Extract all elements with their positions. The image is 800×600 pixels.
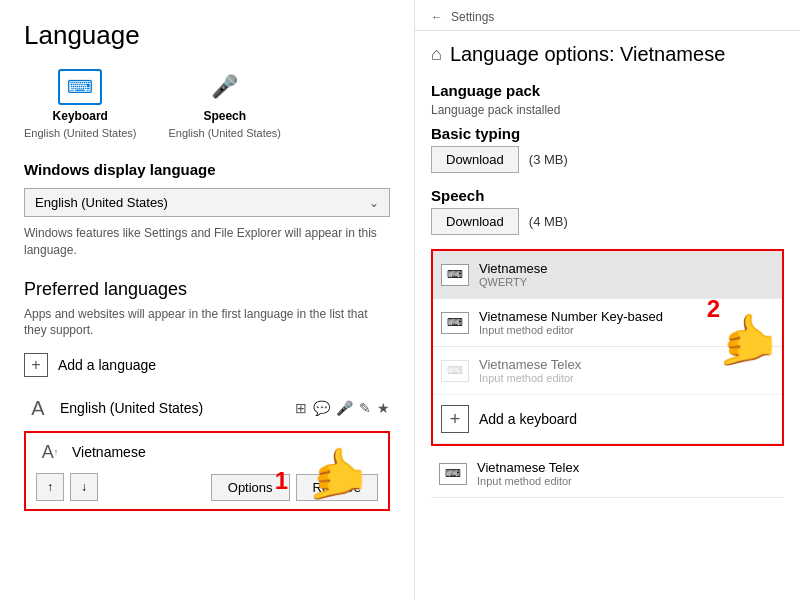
dropdown-value: English (United States) [35,195,168,210]
add-keyboard-plus-icon: + [441,405,469,433]
basic-typing-size: (3 MB) [529,152,568,167]
right-panel: ← Settings ⌂ Language options: Vietnames… [415,0,800,600]
speech-label: Speech [203,109,246,123]
add-keyboard-label: Add a keyboard [479,411,577,427]
add-language-label: Add a language [58,357,156,373]
keyboard-name-2: Vietnamese Telex [479,357,581,372]
keyboard-list-item-0[interactable]: ⌨ Vietnamese QWERTY [433,251,782,299]
english-us-row: A English (United States) ⊞ 💬 🎤 ✎ ★ [24,391,390,425]
keyboard-label: Keyboard [53,109,108,123]
move-down-button[interactable]: ↓ [70,473,98,501]
settings-breadcrumb: Settings [451,10,494,24]
english-action-icons: ⊞ 💬 🎤 ✎ ★ [295,400,390,416]
basic-typing-download-row: Download (3 MB) [431,146,784,173]
basic-typing-download-button[interactable]: Download [431,146,519,173]
keyboard-type-icon-extra: ⌨ [439,463,467,485]
keyboard-sub-2: Input method editor [479,372,581,384]
keyboard-sub-extra: Input method editor [477,475,579,487]
page-title-text: Language options: Vietnamese [450,43,725,66]
vietnamese-label: Vietnamese [72,444,146,460]
keyboard-section: ⌨ Vietnamese QWERTY ⌨ Vietnamese Number … [431,249,784,446]
speech-section-title: Speech [431,187,784,204]
windows-display-lang-title: Windows display language [24,161,390,178]
layout-icon: ⊞ [295,400,307,416]
mic-icon: 🎤 [336,400,353,416]
right-page-title: ⌂ Language options: Vietnamese [431,43,784,66]
handwriting-icon: ✎ [359,400,371,416]
language-pack-title: Language pack [431,82,784,99]
speech-small-icon: 💬 [313,400,330,416]
back-arrow-icon[interactable]: ← [431,10,443,24]
right-content: ⌂ Language options: Vietnamese Language … [415,31,800,510]
label-1: 1 [275,467,288,495]
english-us-label: English (United States) [60,400,203,416]
move-up-button[interactable]: ↑ [36,473,64,501]
keyboard-type-icon-1: ⌨ [441,312,469,334]
left-panel: Language ⌨ Keyboard English (United Stat… [0,0,415,600]
display-lang-description: Windows features like Settings and File … [24,225,390,259]
keyboard-sub-0: QWERTY [479,276,547,288]
add-keyboard-row[interactable]: + Add a keyboard [433,395,782,444]
arrow-buttons: ↑ ↓ [36,473,98,501]
hand-cursor-1: 🤙 [306,445,368,503]
hand-cursor-2: 🤙 [716,311,778,369]
chevron-down-icon: ⌄ [369,196,379,210]
keyboard-type-icon-0: ⌨ [441,264,469,286]
speech-icon: 🎤 [203,69,247,105]
vietnamese-lang-icon: A↑ [36,441,64,463]
keyboard-icon: ⌨ [58,69,102,105]
keyboard-name-0: Vietnamese [479,261,547,276]
preferred-languages-title: Preferred languages [24,279,390,300]
english-lang-icon: A [24,397,52,419]
basic-typing-title: Basic typing [431,125,784,142]
keyboard-sublabel: English (United States) [24,127,137,139]
language-pack-status: Language pack installed [431,103,784,117]
speech-size: (4 MB) [529,214,568,229]
left-title: Language [24,20,390,51]
right-header: ← Settings [415,0,800,31]
input-method-icons: ⌨ Keyboard English (United States) 🎤 Spe… [24,69,390,139]
keyboard-name-1: Vietnamese Number Key-based [479,309,663,324]
speech-sublabel: English (United States) [169,127,282,139]
star-icon: ★ [377,400,390,416]
keyboard-list-item-extra[interactable]: ⌨ Vietnamese Telex Input method editor [431,450,784,498]
preferred-languages-desc: Apps and websites will appear in the fir… [24,306,390,340]
keyboard-sub-1: Input method editor [479,324,663,336]
add-language-row[interactable]: + Add a language [24,353,390,377]
vietnamese-section: A↑ Vietnamese ↑ ↓ Options Remove 1 🤙 [24,431,390,511]
display-language-dropdown[interactable]: English (United States) ⌄ [24,188,390,217]
keyboard-item[interactable]: ⌨ Keyboard English (United States) [24,69,137,139]
keyboard-type-icon-2: ⌨ [441,360,469,382]
add-language-plus-icon: + [24,353,48,377]
speech-item[interactable]: 🎤 Speech English (United States) [169,69,282,139]
speech-download-button[interactable]: Download [431,208,519,235]
speech-download-row: Download (4 MB) [431,208,784,235]
home-icon: ⌂ [431,44,442,65]
keyboard-name-extra: Vietnamese Telex [477,460,579,475]
